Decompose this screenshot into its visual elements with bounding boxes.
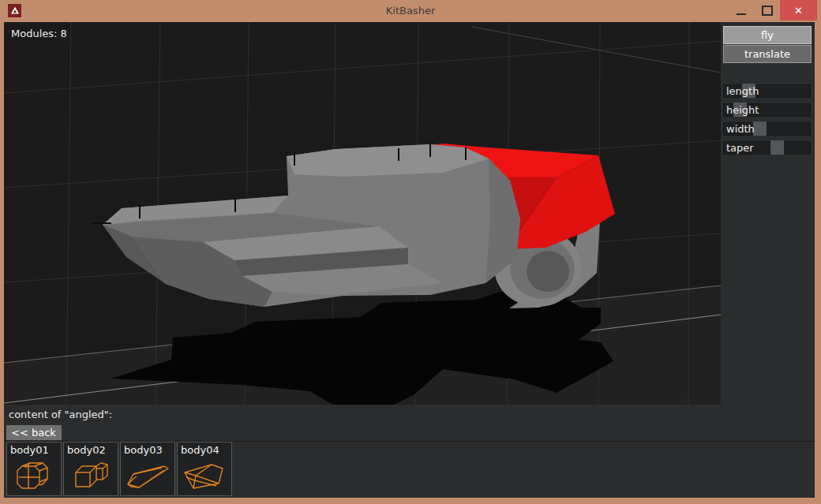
viewport-scene — [4, 22, 721, 405]
width-slider-label: width — [726, 123, 755, 135]
length-slider[interactable]: length — [723, 84, 811, 98]
wireframe-stepped-box-icon — [66, 458, 115, 495]
minimize-button[interactable] — [728, 0, 754, 21]
taper-slider-handle[interactable] — [770, 140, 784, 155]
module-tile-body04[interactable]: body04 — [177, 442, 232, 496]
main-area: Modules: 8 fly translate length height w… — [4, 22, 815, 498]
length-slider-label: length — [726, 85, 759, 97]
module-tile-body03[interactable]: body03 — [120, 442, 175, 496]
taper-slider-label: taper — [726, 142, 754, 154]
width-slider-handle[interactable] — [753, 121, 767, 136]
translate-button[interactable]: translate — [723, 45, 812, 63]
window-title: KitBasher — [0, 0, 821, 22]
maximize-icon — [762, 6, 773, 16]
maximize-button[interactable] — [754, 0, 780, 21]
module-tile-label: body04 — [181, 444, 231, 456]
close-icon: ✕ — [794, 5, 803, 17]
modules-count-label: Modules: 8 — [11, 28, 67, 39]
content-header: content of "angled": — [9, 409, 112, 420]
height-slider-label: height — [726, 104, 759, 116]
height-slider[interactable]: height — [723, 103, 811, 117]
wireframe-rounded-box-icon — [9, 458, 58, 495]
module-tile-label: body01 — [10, 444, 61, 456]
module-tile-body02[interactable]: body02 — [63, 442, 118, 496]
fly-button[interactable]: fly — [723, 26, 812, 44]
module-tile-label: body03 — [124, 444, 174, 456]
minimize-icon — [737, 13, 746, 15]
close-button[interactable]: ✕ — [780, 0, 817, 21]
module-tile-body01[interactable]: body01 — [6, 442, 62, 496]
wireframe-trapezoid-slab-icon — [180, 458, 229, 495]
module-tile-label: body02 — [67, 444, 118, 456]
ship-model — [92, 144, 520, 307]
wireframe-wedge-icon — [123, 458, 172, 495]
width-slider[interactable]: width — [723, 122, 811, 136]
taper-slider[interactable]: taper — [723, 141, 811, 155]
back-button[interactable]: << back — [6, 425, 62, 440]
window-controls: ✕ — [728, 0, 817, 21]
bottom-panel: content of "angled": << back body01 body… — [4, 405, 815, 498]
title-bar: KitBasher ✕ — [0, 0, 821, 22]
viewport-3d[interactable]: Modules: 8 — [4, 22, 721, 405]
